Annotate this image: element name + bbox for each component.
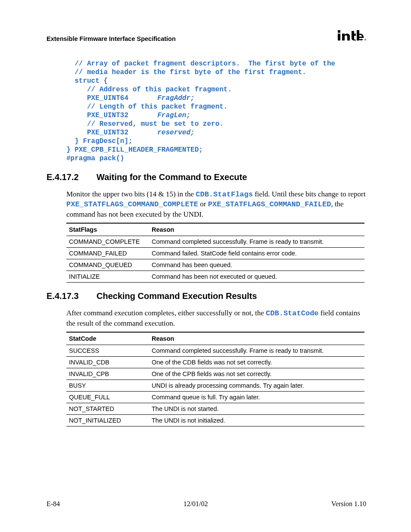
table-row: COMMAND_FAILEDCommand failed. StatCode f… xyxy=(66,248,364,259)
footer-version: Version 1.10 xyxy=(331,500,366,508)
table-row: COMMAND_QUEUEDCommand has been queued. xyxy=(66,259,364,271)
section-number: E.4.17.3 xyxy=(47,291,97,301)
table-row: COMMAND_COMPLETECommand completed succes… xyxy=(66,236,364,248)
footer-page-number: E-84 xyxy=(47,500,60,508)
section2-para: After command execution completes, eithe… xyxy=(66,308,366,328)
table-row: INVALID_CPBOne of the CPB fields was not… xyxy=(66,368,364,380)
section1-para: Monitor the upper two bits (14 & 15) in … xyxy=(66,190,366,219)
svg-rect-0 xyxy=(338,30,340,33)
table-header: Reason xyxy=(149,223,364,236)
page-footer: E-84 12/01/02 Version 1.10 xyxy=(47,500,366,508)
table-row: SUCCESSCommand completed successfully. F… xyxy=(66,345,364,357)
statcode-table: StatCode Reason SUCCESSCommand completed… xyxy=(66,332,364,426)
table-row: QUEUE_FULLCommand queue is full. Try aga… xyxy=(66,392,364,403)
footer-date: 12/01/02 xyxy=(184,500,208,508)
section-heading-e4173: E.4.17.3 Checking Command Execution Resu… xyxy=(47,291,366,301)
section-title: Waiting for the Command to Execute xyxy=(97,172,247,182)
svg-rect-1 xyxy=(338,34,340,40)
table-row: NOT_INITIALIZEDThe UNDI is not initializ… xyxy=(66,415,364,426)
table-row: BUSYUNDI is already processing commands.… xyxy=(66,380,364,392)
document-title: Extensible Firmware Interface Specificat… xyxy=(47,35,176,42)
table-row: INITIALIZECommand has been not executed … xyxy=(66,271,364,283)
page-header: Extensible Firmware Interface Specificat… xyxy=(47,27,366,42)
table-header: Reason xyxy=(149,332,364,345)
section-title: Checking Command Execution Results xyxy=(97,291,257,301)
section-heading-e4172: E.4.17.2 Waiting for the Command to Exec… xyxy=(47,172,366,182)
svg-rect-2 xyxy=(357,30,359,40)
section-number: E.4.17.2 xyxy=(47,172,97,182)
code-block: // Array of packet fragment descriptors.… xyxy=(66,59,366,163)
table-row: NOT_STARTEDThe UNDI is not started. xyxy=(66,403,364,415)
table-row: INVALID_CDBOne of the CDB fields was not… xyxy=(66,357,364,368)
intel-logo: R xyxy=(337,27,366,42)
table-header: StatCode xyxy=(66,332,149,345)
table-header: StatFlags xyxy=(66,223,149,236)
statflags-table: StatFlags Reason COMMAND_COMPLETECommand… xyxy=(66,223,364,283)
